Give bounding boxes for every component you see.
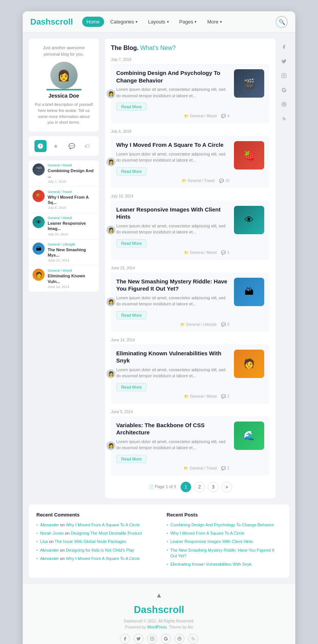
read-more-btn-6[interactable]: Read More: [116, 455, 147, 463]
pages-chevron: ▾: [195, 20, 196, 24]
nav-pages[interactable]: Pages ▾: [175, 17, 201, 27]
page-btn-3[interactable]: 3: [208, 482, 218, 492]
comment-item-5: Alexander on Why I Moved From A Square T…: [36, 556, 151, 562]
recent-category-3: General / Mixed: [48, 216, 95, 220]
footer-post-item-3: Leaner Responsive Images With Client Hin…: [167, 539, 282, 544]
post-date-6: June 5, 2014: [111, 410, 270, 414]
footer-widget: Recent Comments Alexander on Why I Moved…: [29, 504, 289, 578]
post-card-5: 👩 Eliminating Known Vulnerabilities With…: [111, 344, 270, 404]
tab-tag-icon[interactable]: 🏷: [81, 140, 93, 152]
post-group-5: June 14, 2014 👩 Eliminating Known Vulner…: [111, 338, 270, 404]
post-date-4: June 23, 2014: [111, 266, 270, 270]
svg-point-1: [283, 75, 285, 77]
site-logo[interactable]: Dashscroll: [30, 17, 73, 27]
widget-posts-title: Recent Posts: [167, 512, 282, 518]
post-comments-2: 💬10: [219, 179, 229, 183]
navbar: Dashscroll Home Categories ▾ Layouts ▾ P…: [23, 11, 295, 33]
post-author-avatar-5: 👩: [106, 369, 116, 379]
post-category-6: 📁General / Travel: [184, 466, 217, 470]
recent-thumb-1: 🎬: [33, 163, 45, 176]
widget-comments-title: Recent Comments: [36, 512, 151, 518]
footer-post-item-5: Eliminating Known Vulnerabilities With S…: [167, 562, 282, 567]
blog-area: The Blog. What's New? July 7, 2019 👩 Com…: [105, 39, 276, 498]
pagination: 📄 Page 1 of 3 1 2 3 »: [111, 482, 270, 492]
social-twitter-icon[interactable]: [279, 56, 289, 67]
svg-point-4: [282, 120, 282, 121]
recent-thumb-4: 🏔: [33, 243, 45, 255]
footer-instagram-icon[interactable]: [147, 634, 157, 644]
recent-item-4[interactable]: 🏔 General / Lifestyle The New Smashing M…: [29, 240, 99, 266]
recent-title-5: Eliminating Known Vuln...: [48, 273, 95, 284]
svg-point-2: [285, 74, 285, 75]
page-btn-1[interactable]: 1: [181, 482, 191, 492]
tab-star-icon[interactable]: ★: [50, 140, 62, 152]
post-title-2: Why I Moved From A Square To A Circle: [116, 141, 229, 149]
recent-thumb-3: 👁: [33, 216, 45, 228]
sidebar-profile: Just another awesome personal blog for y…: [29, 39, 99, 132]
post-group-3: July 16, 2014 👩 Leaner Responsive Images…: [111, 194, 270, 260]
recent-date-4: June 23, 2014: [48, 258, 95, 262]
layouts-chevron: ▾: [167, 20, 169, 24]
nav-categories[interactable]: Categories ▾: [106, 17, 142, 27]
recent-item-2[interactable]: 🍓 General / Travel Why I Moved From A Sq…: [29, 187, 99, 213]
search-button[interactable]: 🔍: [276, 16, 288, 28]
blog-header: The Blog. What's New?: [111, 45, 270, 51]
post-card-2: 👩 Why I Moved From A Square To A Circle …: [111, 136, 270, 188]
footer-powered: Powered by WordPress. Theme by Alx: [30, 625, 288, 629]
social-facebook-icon[interactable]: [279, 42, 289, 52]
post-excerpt-3: Lorem ipsum dolor sit amet, consectetur …: [116, 223, 229, 235]
post-date-3: July 16, 2014: [111, 194, 270, 198]
nav-more[interactable]: More ▾: [203, 17, 226, 27]
footer-rss-icon[interactable]: [188, 634, 198, 644]
recent-item-5[interactable]: 🧑 General / Mixed Eliminating Known Vuln…: [29, 266, 99, 292]
post-meta-3: 📁General / Mixed 💬1: [116, 250, 229, 255]
footer-google-icon[interactable]: [161, 634, 171, 644]
footer-twitter-icon[interactable]: [134, 634, 143, 644]
post-meta-1: 📁General / Mixed 💬4: [116, 114, 229, 118]
footer-dribbble-icon[interactable]: [175, 634, 184, 644]
tab-comment-icon[interactable]: 💬: [65, 140, 78, 152]
footer-facebook-icon[interactable]: [120, 634, 130, 644]
social-rss-icon[interactable]: [279, 114, 289, 124]
recent-item-3[interactable]: 👁 General / Mixed Leaner Responsive Imag…: [29, 213, 99, 240]
post-group-4: June 23, 2014 👩 The New Smashing Mystery…: [111, 266, 270, 332]
social-instagram-icon[interactable]: [279, 70, 289, 81]
post-meta-4: 📁General / Lifestyle 💬0: [116, 322, 229, 327]
post-body-6: Variables: The Backbone Of CSS Architect…: [116, 422, 229, 470]
read-more-btn-5[interactable]: Read More: [116, 383, 147, 391]
post-date-2: July 6, 2019: [111, 129, 270, 134]
post-category-3: 📁General / Mixed: [184, 250, 217, 255]
recent-date-3: July 16, 2014: [48, 232, 95, 236]
read-more-btn-4[interactable]: Read More: [116, 311, 147, 319]
post-group-2: July 6, 2019 👩 Why I Moved From A Square…: [111, 129, 270, 188]
widget-recent-posts: Recent Posts Combining Design And Psycho…: [167, 512, 282, 570]
recent-title-2: Why I Moved From A Sq...: [48, 194, 95, 205]
nav-menu: Home Categories ▾ Layouts ▾ Pages ▾ More…: [82, 17, 276, 27]
post-comments-6: 💬2: [221, 466, 229, 470]
nav-layouts[interactable]: Layouts ▾: [143, 17, 173, 27]
nav-home[interactable]: Home: [82, 17, 104, 27]
social-dribbble-icon[interactable]: [279, 99, 289, 110]
read-more-btn-1[interactable]: Read More: [116, 103, 147, 111]
footer-post-item-1: Combining Design And Psychology To Chang…: [167, 522, 282, 528]
svg-rect-5: [150, 637, 154, 641]
comment-item-2: Norah Jones on Designing The Most Desira…: [36, 530, 151, 536]
read-more-btn-2[interactable]: Read More: [116, 167, 147, 176]
post-title-6: Variables: The Backbone Of CSS Architect…: [116, 422, 229, 436]
post-category-5: 📁General / Mixed: [184, 394, 217, 398]
recent-item-1[interactable]: 🎬 General / Mixed Combining Design And .…: [29, 160, 99, 187]
post-excerpt-5: Lorem ipsum dolor sit amet, consectetur …: [116, 367, 229, 379]
blog-title: The Blog.: [111, 45, 139, 51]
scroll-to-top-button[interactable]: ▲: [30, 591, 288, 599]
page-btn-2[interactable]: 2: [194, 482, 205, 492]
page-btn-next[interactable]: »: [221, 482, 232, 492]
post-title-3: Leaner Responsive Images With Client Hin…: [116, 206, 229, 221]
footer-logo: Dashscroll: [30, 604, 288, 616]
post-comments-5: 💬2: [221, 394, 229, 398]
comment-item-3: Lisa on The Issue With Global Node Packa…: [36, 539, 151, 544]
tab-recent-icon[interactable]: 🕐: [34, 140, 47, 152]
profile-tagline: Just another awesome personal blog for y…: [35, 45, 93, 57]
social-google-icon[interactable]: [279, 85, 289, 95]
read-more-btn-3[interactable]: Read More: [116, 239, 147, 247]
post-meta-6: 📁General / Travel 💬2: [116, 466, 229, 470]
